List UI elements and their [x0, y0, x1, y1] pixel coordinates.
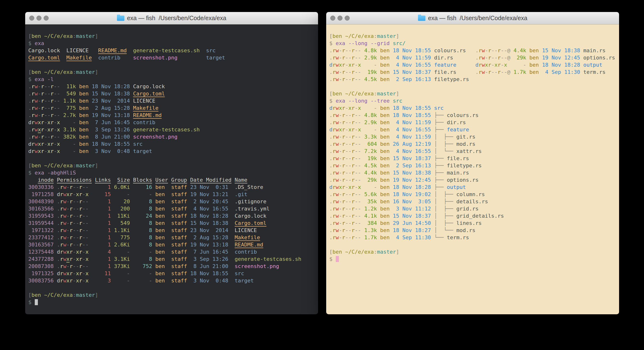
text-segment: r — [50, 148, 54, 154]
text-segment: - — [63, 141, 76, 147]
text-segment — [130, 98, 133, 104]
text-segment: - — [66, 263, 70, 269]
text-segment — [361, 55, 364, 61]
text-segment: r — [342, 126, 345, 132]
text-segment: ben — [155, 227, 165, 233]
text-segment: r — [342, 120, 345, 126]
text-segment — [89, 126, 92, 132]
text-segment: . — [329, 227, 332, 233]
text-segment: r — [352, 155, 355, 161]
text-segment — [89, 227, 95, 233]
text-segment — [431, 112, 434, 118]
text-segment: 23377412 — [28, 234, 54, 240]
text-segment — [507, 62, 514, 68]
text-segment: staff — [171, 278, 187, 284]
text-segment: ├── — [434, 155, 447, 161]
text-segment — [390, 220, 393, 226]
close-button[interactable] — [330, 16, 335, 20]
text-segment — [361, 148, 364, 154]
text-segment — [130, 198, 133, 204]
text-segment: r — [32, 126, 34, 132]
text-segment: User — [155, 177, 168, 183]
text-segment: - — [133, 278, 152, 284]
text-segment — [431, 206, 434, 212]
text-segment: 1971325 — [28, 270, 54, 276]
text-segment: 2.9k — [364, 55, 377, 61]
text-segment: ben ~/C/e/exa — [32, 292, 72, 298]
titlebar[interactable]: exa — fish /Users/ben/Code/exa/exa — [25, 12, 318, 24]
titlebar[interactable]: exa — fish /Users/ben/Code/exa/exa — [326, 12, 619, 24]
text-segment: 4.4k — [364, 170, 377, 176]
text-segment: r — [60, 206, 63, 212]
text-segment: . — [329, 191, 332, 197]
text-segment: grid.rs — [456, 206, 479, 212]
text-segment: 3 Sep 13:26 — [92, 126, 130, 132]
text-segment: w — [336, 206, 339, 212]
text-segment — [361, 105, 364, 111]
text-segment: r — [332, 120, 336, 126]
text-segment: - — [66, 206, 70, 212]
terminal-line: $ exa -abghHliS — [28, 169, 316, 176]
terminal-line: .rw-r--r-- 5.6k ben 18 Nov 19:02 │ ├── c… — [329, 191, 617, 198]
terminal-line: .rw-r--r-- 19k ben 15 Nov 18:37 file.rs … — [329, 68, 617, 76]
text-segment — [60, 126, 63, 132]
text-segment: r — [352, 112, 355, 118]
text-segment: w — [35, 112, 38, 118]
text-segment: 1 — [95, 263, 111, 269]
text-segment: ben — [380, 162, 390, 168]
text-segment: r — [32, 98, 34, 104]
text-segment — [60, 98, 63, 104]
minimize-button[interactable] — [36, 16, 42, 20]
text-segment: ben — [155, 278, 165, 284]
minimize-button[interactable] — [338, 16, 342, 20]
text-segment — [377, 170, 380, 176]
text-segment: . — [28, 90, 32, 96]
text-segment: Cargo.lock — [235, 213, 266, 219]
text-segment: 8 Jun 21:00 — [190, 263, 228, 269]
text-segment: r — [352, 120, 355, 126]
zoom-button[interactable] — [345, 16, 350, 20]
text-segment: x — [85, 249, 88, 255]
text-segment: 2 Aug 15:28 — [190, 234, 228, 240]
text-segment: staff — [171, 242, 187, 248]
text-segment: . — [57, 256, 60, 262]
text-segment: 31959543 — [28, 213, 54, 219]
text-segment: - — [339, 213, 342, 219]
text-segment: . — [329, 220, 332, 226]
text-segment: ben — [155, 242, 165, 248]
text-segment — [111, 263, 114, 269]
terminal-line: $ exa --long --tree src — [329, 97, 617, 104]
text-segment: r — [352, 134, 355, 140]
terminal-line: Cargo.lock LICENCE README.md generate-te… — [28, 47, 316, 54]
zoom-button[interactable] — [44, 16, 49, 20]
text-segment — [165, 249, 171, 255]
terminal-screen[interactable]: [ben ~/C/e/exa:master]$ exa --long --gri… — [326, 24, 619, 314]
text-segment: Links — [95, 177, 111, 183]
text-segment: -- — [355, 191, 361, 197]
text-segment: 1 — [95, 256, 111, 262]
text-segment — [76, 141, 79, 147]
text-segment: ben — [79, 148, 89, 154]
text-segment: xattr.rs — [456, 148, 482, 154]
text-segment — [89, 206, 95, 212]
text-segment: -- — [44, 84, 50, 90]
text-segment: -- — [355, 213, 361, 219]
text-segment: : — [72, 162, 76, 168]
close-button[interactable] — [29, 16, 34, 20]
text-segment: │ ├── — [434, 191, 456, 197]
text-segment: LICENCE — [133, 98, 155, 104]
text-segment: . — [57, 206, 60, 212]
text-segment: 4 Nov 11:59 — [393, 120, 431, 126]
text-segment: r — [32, 148, 34, 154]
text-segment — [187, 256, 190, 262]
text-segment: - — [364, 105, 377, 111]
text-segment: ben — [79, 141, 89, 147]
terminal-screen[interactable]: [ben ~/C/e/exa:master]$ exaCargo.lock LI… — [25, 24, 318, 314]
text-segment — [89, 98, 92, 104]
text-segment: 775 — [114, 234, 130, 240]
text-segment: 1971258 — [28, 191, 54, 197]
text-segment: README.md — [133, 112, 162, 118]
text-segment: README.md — [98, 48, 126, 54]
text-segment: r — [342, 206, 345, 212]
text-segment: -- — [82, 227, 89, 233]
